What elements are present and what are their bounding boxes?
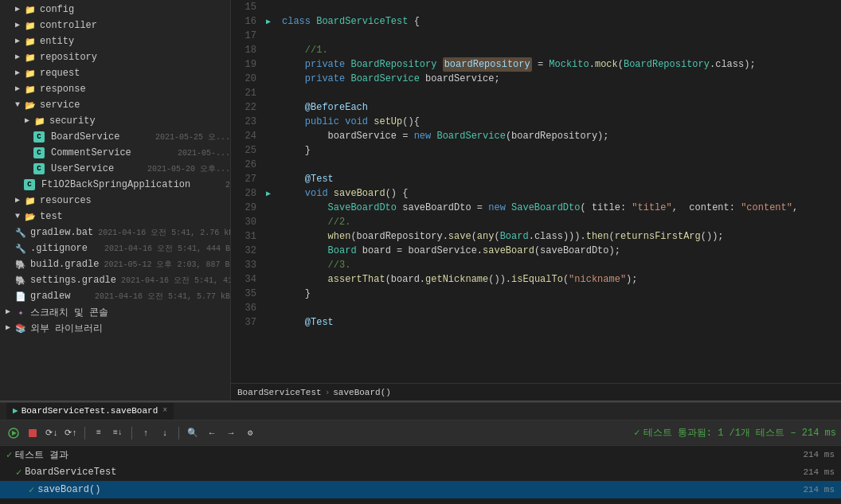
test-results-tab[interactable]: ▶ BoardServiceTest.saveBoard × — [6, 403, 174, 420]
java-file-icon: C — [33, 147, 45, 158]
stop-button[interactable] — [24, 424, 41, 442]
sidebar-item-gitignore[interactable]: ▶ 🔧 .gitignore 2021-04-16 오전 5:41, 444 B — [0, 240, 230, 256]
sidebar-item-userservice[interactable]: ▶ C UserService 2021-05-20 오후... — [0, 161, 230, 177]
code-line-31: when(boardRepository.save(any(Board.clas… — [282, 229, 841, 244]
test-result-method[interactable]: ✓ saveBoard() 214 ms — [0, 481, 841, 498]
file-tree-sidebar: ▶ 📁 config ▶ 📁 controller ▶ 📁 entity ▶ 📁… — [0, 0, 231, 400]
sidebar-item-settings-gradle[interactable]: ▶ 🐘 settings.gradle 2021-04-16 오전 5:41, … — [0, 272, 230, 288]
tab-close-button[interactable]: × — [162, 406, 167, 415]
run-gutter-icon-2[interactable]: ▶ — [263, 186, 274, 201]
sidebar-item-test[interactable]: ▼ 📂 test — [0, 209, 230, 225]
sidebar-item-gradlew-bat[interactable]: ▶ 🔧 gradlew.bat 2021-04-16 오전 5:41, 2.76… — [0, 225, 230, 240]
file-icon: 📄 — [14, 290, 27, 303]
arrow-icon: ▶ — [13, 84, 22, 94]
svg-marker-1 — [12, 431, 17, 436]
folder-icon: 📁 — [24, 3, 37, 16]
sidebar-item-resources[interactable]: ▶ 📁 resources — [0, 193, 230, 209]
sidebar-item-entity[interactable]: ▶ 📁 entity — [0, 33, 230, 49]
sidebar-item-repository[interactable]: ▶ 📁 repository — [0, 49, 230, 65]
arrow-icon: ▶ — [13, 37, 22, 46]
expand-button[interactable]: ← — [203, 424, 221, 442]
sidebar-item-label: build.gradle — [30, 259, 99, 270]
collapse-button[interactable]: → — [222, 424, 240, 442]
folder-icon: 📁 — [24, 83, 37, 96]
sidebar-item-external-libs[interactable]: ▶ 📚 외부 라이브러리 — [0, 320, 230, 336]
folder-icon: 📁 — [24, 194, 37, 207]
code-view: 15 16 17 18 19 20 21 22 23 24 25 26 27 2… — [231, 0, 841, 383]
toolbar-separator-3 — [178, 427, 179, 440]
bottom-tab-bar: ▶ BoardServiceTest.saveBoard × — [0, 402, 841, 420]
sidebar-item-controller[interactable]: ▶ 📁 controller — [0, 18, 230, 33]
sidebar-item-label: gradlew — [30, 291, 90, 302]
sidebar-item-label: config — [40, 4, 230, 15]
sidebar-item-service[interactable]: ▼ 📂 service — [0, 97, 230, 113]
sidebar-item-boardservice[interactable]: ▶ C BoardService 2021-05-25 오... — [0, 129, 230, 145]
sidebar-item-commentservice[interactable]: ▶ C CommentService 2021-05-... — [0, 145, 230, 161]
tab-run-icon: ▶ — [13, 405, 18, 416]
sort-alpha-button[interactable]: ≡ — [90, 424, 108, 442]
file-date: 2 — [225, 181, 230, 189]
sidebar-item-gradlew[interactable]: ▶ 📄 gradlew 2021-04-16 오전 5:41, 5.77 kB — [0, 288, 230, 304]
sidebar-item-config[interactable]: ▶ 📁 config — [0, 2, 230, 18]
breadcrumb-method[interactable]: saveBoard() — [333, 388, 391, 397]
code-line-37: @Test — [282, 315, 841, 330]
folder-icon: 📁 — [24, 19, 37, 32]
sidebar-item-label: repository — [40, 52, 230, 63]
code-line-16: class BoardServiceTest { — [282, 14, 841, 29]
sidebar-item-security[interactable]: ▶ 📁 security — [0, 113, 230, 129]
arrow-icon: ▼ — [13, 100, 22, 110]
prev-failed-button[interactable]: ↑ — [137, 424, 155, 442]
code-line-21 — [282, 86, 841, 100]
code-line-19: private BoardRepository boardRepository … — [282, 57, 841, 72]
code-content[interactable]: class BoardServiceTest { //1. private Bo… — [279, 0, 841, 383]
test-results-panel: ✓ 테스트 결과 214 ms ✓ BoardServiceTest 214 m… — [0, 445, 841, 504]
breadcrumb-class[interactable]: BoardServiceTest — [237, 388, 322, 397]
code-line-35: } — [282, 287, 841, 301]
sort-duration-button[interactable]: ≡↓ — [109, 424, 127, 442]
test-status-text: 테스트 통과됨: 1 /1개 테스트 – 214 ms — [643, 426, 836, 440]
code-line-25: } — [282, 143, 841, 158]
folder-icon: 📁 — [24, 35, 37, 48]
arrow-icon: ▶ — [13, 68, 22, 78]
result-suite-check: ✓ — [16, 467, 22, 479]
search-button[interactable]: 🔍 — [184, 424, 201, 442]
arrow-icon: ▶ — [3, 323, 13, 333]
sidebar-item-application[interactable]: ▶ C FtlO2BackSpringApplication 2 — [0, 177, 230, 193]
sidebar-item-label: security — [49, 115, 230, 127]
rerun-all-button[interactable]: ⟳↑ — [62, 424, 80, 442]
code-editor: 15 16 17 18 19 20 21 22 23 24 25 26 27 2… — [231, 0, 841, 400]
test-status-bar: ✓ 테스트 통과됨: 1 /1개 테스트 – 214 ms — [634, 426, 836, 440]
arrow-icon: ▶ — [3, 307, 13, 317]
rerun-failed-button[interactable]: ⟳↓ — [43, 424, 61, 442]
sidebar-item-scratch[interactable]: ▶ ✦ 스크래치 및 콘솔 — [0, 304, 230, 320]
run-gutter-icon[interactable]: ▶ — [263, 14, 274, 29]
arrow-icon: ▶ — [13, 53, 22, 62]
result-suite-time: 214 ms — [803, 467, 835, 477]
sidebar-item-build-gradle[interactable]: ▶ 🐘 build.gradle 2021-05-12 오후 2:03, 887… — [0, 256, 230, 272]
file-date: 2021-05-12 오후 2:03, 887 B 오늘 오... — [104, 259, 231, 270]
arrow-icon: ▶ — [22, 116, 32, 126]
code-line-22: @BeforeEach — [282, 100, 841, 115]
file-date: 2021-05-20 오후... — [147, 163, 230, 174]
breadcrumb: BoardServiceTest › saveBoard() — [231, 383, 841, 400]
file-date: 2021-04-16 오전 5:41, 5.77 kB — [95, 291, 230, 302]
code-line-29: SaveBoardDto saveBoardDto = new SaveBoar… — [282, 201, 841, 215]
settings-button[interactable]: ⚙ — [241, 424, 259, 442]
sidebar-item-label: settings.gradle — [30, 275, 116, 286]
sidebar-item-response[interactable]: ▶ 📁 response — [0, 81, 230, 97]
code-line-27: @Test — [282, 172, 841, 186]
code-line-15 — [282, 0, 841, 14]
svg-rect-2 — [29, 429, 37, 437]
sidebar-item-label: BoardService — [51, 131, 151, 143]
test-result-suite[interactable]: ✓ BoardServiceTest 214 ms — [0, 463, 841, 481]
gradle-file-icon: 🐘 — [14, 258, 27, 271]
code-line-23: public void setUp(){ — [282, 115, 841, 129]
test-toolbar: ⟳↓ ⟳↑ ≡ ≡↓ ↑ ↓ 🔍 ← → ⚙ — [0, 420, 841, 445]
sidebar-item-label: gradlew.bat — [30, 227, 93, 238]
java-file-icon: C — [33, 131, 45, 143]
rerun-button[interactable] — [5, 424, 22, 442]
sidebar-item-request[interactable]: ▶ 📁 request — [0, 65, 230, 81]
code-line-26 — [282, 158, 841, 172]
next-failed-button[interactable]: ↓ — [156, 424, 174, 442]
scratch-icon: ✦ — [14, 306, 27, 318]
